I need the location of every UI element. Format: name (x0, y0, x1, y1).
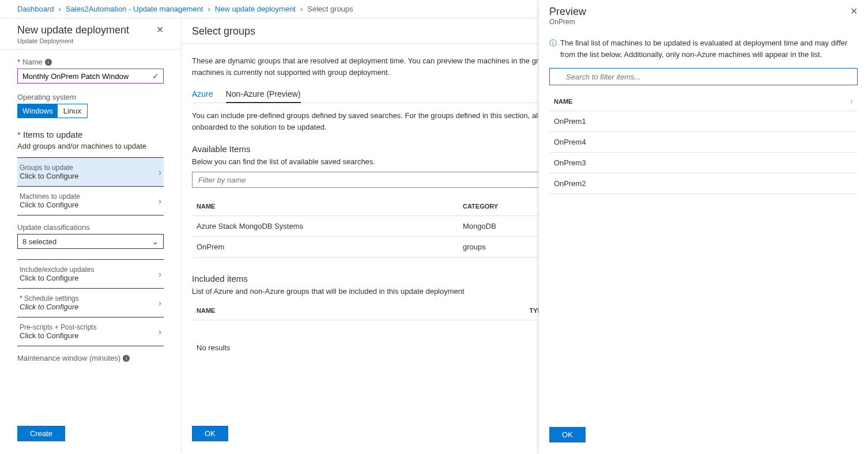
config-label: Schedule settings (24, 294, 79, 302)
os-linux-option[interactable]: Linux (58, 104, 87, 118)
os-toggle: Windows Linux (17, 104, 88, 118)
info-icon[interactable]: i (45, 59, 52, 66)
chevron-right-icon: › (158, 196, 161, 206)
checkmark-icon: ✓ (152, 71, 159, 81)
preview-table: NAME ↑ OnPrem1 OnPrem4 OnPrem3 OnPrem2 (549, 92, 858, 194)
ok-button[interactable]: OK (192, 426, 228, 441)
maintenance-label: Maintenance window (minutes) (17, 354, 120, 362)
name-input[interactable] (17, 69, 164, 84)
groups-to-update-item[interactable]: Groups to update Click to Configure › (17, 157, 164, 187)
config-label: Include/exclude updates (20, 266, 94, 274)
chevron-right-icon: › (207, 5, 210, 13)
sort-arrow-icon: ↑ (850, 98, 854, 105)
chevron-right-icon: › (158, 298, 161, 308)
create-button[interactable]: Create (17, 426, 65, 441)
table-row[interactable]: OnPrem2 (549, 173, 858, 194)
os-label: Operating system (17, 93, 164, 101)
chevron-right-icon: › (158, 270, 161, 279)
config-label: Pre-scripts + Post-scripts (20, 323, 97, 331)
tab-azure[interactable]: Azure (192, 86, 213, 103)
machines-to-update-item[interactable]: Machines to update Click to Configure › (17, 186, 164, 215)
items-to-update-title: Items to update (23, 130, 82, 139)
cell-name: OnPrem1 (549, 111, 858, 132)
search-input[interactable] (549, 68, 858, 85)
panel-title: New update deployment (17, 24, 129, 36)
chevron-right-icon: › (300, 5, 303, 13)
cell-name: Azure Stack MongoDB Systems (192, 216, 458, 237)
cell-name: OnPrem4 (549, 132, 858, 153)
cell-name: OnPrem (192, 237, 458, 258)
include-exclude-item[interactable]: Include/exclude updates Click to Configu… (17, 259, 164, 289)
items-to-update-sub: Add groups and/or machines to update (17, 142, 164, 150)
config-value: Click to Configure (20, 200, 80, 209)
classifications-label: Update classifications (17, 223, 164, 232)
config-label: Groups to update (20, 164, 79, 172)
table-row[interactable]: OnPrem3 (549, 153, 858, 173)
new-deployment-panel: New update deployment Update Deployment … (0, 18, 182, 453)
tab-non-azure[interactable]: Non-Azure (Preview) (226, 86, 301, 103)
panel-subtitle: OnPrem (549, 18, 586, 26)
chevron-right-icon: › (158, 168, 161, 177)
scripts-item[interactable]: Pre-scripts + Post-scripts Click to Conf… (17, 317, 164, 346)
cell-name: OnPrem2 (549, 173, 858, 194)
info-icon: ⓘ (549, 37, 557, 60)
panel-title: Preview (549, 6, 586, 18)
os-windows-option[interactable]: Windows (18, 104, 58, 118)
info-message: The final list of machines to be updated… (560, 37, 858, 60)
config-value: Click to Configure (20, 172, 79, 180)
cell-name: OnPrem3 (549, 153, 858, 173)
breadcrumb-current: Select groups (307, 5, 353, 13)
classifications-select[interactable]: 8 selected ⌄ (17, 234, 164, 249)
config-label: Machines to update (20, 192, 80, 200)
close-icon[interactable]: ✕ (156, 24, 164, 35)
close-icon[interactable]: ✕ (850, 6, 858, 17)
config-value: Click to Configure (20, 274, 94, 282)
select-value: 8 selected (22, 237, 56, 246)
col-name[interactable]: NAME (192, 301, 525, 320)
chevron-down-icon: ⌄ (152, 237, 158, 246)
table-row[interactable]: OnPrem1 (549, 111, 858, 132)
col-name[interactable]: NAME ↑ (549, 92, 858, 111)
breadcrumb-link[interactable]: New update deployment (215, 5, 296, 13)
breadcrumb-link[interactable]: Dashboard (17, 5, 54, 13)
table-row[interactable]: OnPrem4 (549, 132, 858, 153)
name-label: Name (22, 58, 43, 66)
breadcrumb-link[interactable]: Sales2Automation - Update management (66, 5, 203, 13)
ok-button[interactable]: OK (549, 427, 586, 442)
info-icon[interactable]: i (123, 355, 130, 362)
col-name[interactable]: NAME (192, 197, 458, 216)
panel-subtitle: Update Deployment (17, 37, 129, 44)
schedule-settings-item[interactable]: * Schedule settings Click to Configure › (17, 288, 164, 317)
chevron-right-icon: › (158, 327, 161, 336)
preview-panel: Preview OnPrem ✕ ⓘ The final list of mac… (538, 0, 868, 454)
chevron-right-icon: › (59, 5, 61, 13)
config-value: Click to Configure (20, 331, 97, 340)
config-value: Click to Configure (20, 302, 79, 311)
